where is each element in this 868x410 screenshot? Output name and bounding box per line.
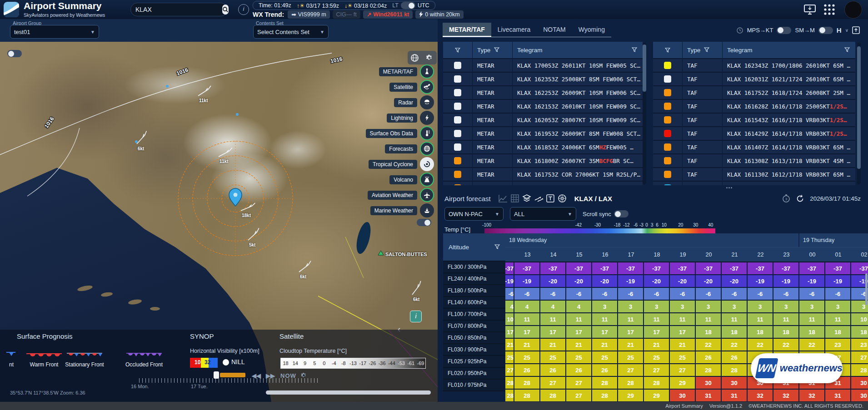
forecast-cell[interactable]: -37 xyxy=(540,262,565,274)
map-layer-tropical-cyclone[interactable]: Tropical Cyclone xyxy=(369,157,434,171)
history-clock-icon[interactable] xyxy=(736,27,743,34)
forecast-cell[interactable]: 27 xyxy=(566,390,591,401)
forecast-cell-clipped[interactable]: 27 xyxy=(505,364,514,376)
search-button[interactable] xyxy=(222,5,229,15)
forecast-cell-clipped[interactable]: -6 xyxy=(505,288,514,300)
forecast-cell[interactable]: 25 xyxy=(592,351,617,363)
forecast-cell[interactable]: 31 xyxy=(825,390,850,401)
forecast-cell[interactable]: 3 xyxy=(618,301,643,312)
status-checkbox-orange[interactable] xyxy=(454,157,461,164)
status-checkbox-orange[interactable] xyxy=(664,116,671,123)
forecast-cell[interactable]: 23 xyxy=(851,339,868,351)
satellite-icon[interactable] xyxy=(420,80,434,94)
status-checkbox-red[interactable] xyxy=(664,130,671,137)
status-checkbox-white[interactable] xyxy=(454,75,461,83)
forecast-cell-clipped[interactable]: 28 xyxy=(505,390,514,401)
forecast-cell[interactable]: -6 xyxy=(825,288,850,300)
forecast-cell[interactable]: 11 xyxy=(670,313,695,325)
chevron-down-icon[interactable]: ∨ xyxy=(845,28,848,33)
filter-icon[interactable] xyxy=(494,47,499,54)
forecast-cell[interactable]: 30 xyxy=(670,390,695,401)
lightning-icon[interactable] xyxy=(420,111,434,125)
forecast-cell[interactable]: 26 xyxy=(722,351,747,363)
vis-trend-badge[interactable]: ➡ VIS9999 m xyxy=(288,10,329,19)
forecast-cell[interactable]: 32 xyxy=(799,390,824,401)
status-checkbox-orange[interactable] xyxy=(664,157,671,164)
forecast-cell[interactable]: 3 xyxy=(696,301,721,312)
taf-scrollbar[interactable] xyxy=(857,43,861,184)
timeline-ticks[interactable] xyxy=(139,378,318,383)
panel-splitter-handle[interactable] xyxy=(724,186,734,189)
forecast-cell[interactable]: 26 xyxy=(696,351,721,363)
table-row[interactable]: METARKLAX 161736Z COR 26007KT 3/4SM R25L… xyxy=(443,182,643,185)
map-horizontal-scrollbar[interactable] xyxy=(266,390,431,395)
forecast-cell[interactable]: 21 xyxy=(618,339,643,351)
map-layer-radar[interactable]: Radar xyxy=(394,95,434,109)
map-layer-lightning[interactable]: Lightning xyxy=(387,111,434,125)
forecast-cell[interactable]: 29 xyxy=(618,390,643,401)
forecast-cell[interactable]: 11 xyxy=(566,313,591,325)
table-row[interactable]: TAFKLAX 161308Z 1613/1718 VRB03KT 4SM … xyxy=(653,154,855,168)
forecast-cell[interactable]: 26 xyxy=(592,364,617,376)
forecast-cell[interactable]: -37 xyxy=(748,262,773,274)
table-row[interactable]: TAFKLAX 161130Z 1612/1718 VRB03KT 6SM … xyxy=(653,168,855,182)
timeline-playhead[interactable] xyxy=(214,371,219,379)
status-checkbox-orange[interactable] xyxy=(664,89,671,96)
refresh-icon[interactable] xyxy=(796,194,804,203)
forecast-cell[interactable]: 11 xyxy=(592,313,617,325)
forecast-cell[interactable]: 22 xyxy=(773,339,798,351)
table-row[interactable]: TAFKLAX 162343Z 1700/1806 26010KT 6SM … xyxy=(653,59,855,73)
status-filter-icon[interactable] xyxy=(653,48,682,53)
forecast-cell[interactable]: 30 xyxy=(851,377,868,389)
radar-icon[interactable] xyxy=(420,95,434,109)
map-layer-metar-taf[interactable]: METAR/TAF xyxy=(379,64,434,79)
forecast-cell[interactable]: 11 xyxy=(540,313,565,325)
forecast-cell[interactable]: 21 xyxy=(540,339,565,351)
globe-icon[interactable] xyxy=(420,142,434,156)
forecast-cell[interactable]: 11 xyxy=(514,313,539,325)
forecast-cell[interactable]: -37 xyxy=(696,262,721,274)
map-layer-marine-weather[interactable]: Marine Weather xyxy=(370,203,434,217)
forecast-cell[interactable]: 3 xyxy=(670,301,695,312)
forecast-cell[interactable]: -19 xyxy=(773,275,798,287)
layers-icon[interactable] xyxy=(521,193,533,204)
forecast-cell[interactable]: 11 xyxy=(799,313,824,325)
forecast-cell[interactable]: 3 xyxy=(722,301,747,312)
forecast-cell[interactable]: 11 xyxy=(696,313,721,325)
table-row[interactable]: TAFKLAX 161009Z 1610/1712 22004KT P6SM… xyxy=(653,182,855,185)
filter-icon[interactable] xyxy=(494,244,500,251)
expand-panel-icon[interactable] xyxy=(852,26,860,34)
forecast-cell[interactable]: -37 xyxy=(592,262,617,274)
forecast-cell[interactable]: -6 xyxy=(696,288,721,300)
forecast-cell[interactable]: 28 xyxy=(514,390,539,401)
forecast-cell[interactable]: -6 xyxy=(799,288,824,300)
cyclone-icon[interactable] xyxy=(420,157,434,171)
forecast-cell[interactable]: 11 xyxy=(644,313,669,325)
forecast-cell[interactable]: 21 xyxy=(592,339,617,351)
forecast-cell[interactable]: 17 xyxy=(670,326,695,338)
tab-notam[interactable]: NOTAM xyxy=(537,23,572,37)
forecast-cell[interactable]: 17 xyxy=(592,326,617,338)
forecast-cell[interactable]: -19 xyxy=(825,275,850,287)
forecast-cell[interactable]: 22 xyxy=(722,339,747,351)
forecast-cell[interactable]: -6 xyxy=(566,288,591,300)
tab-livecamera[interactable]: Livecamera xyxy=(491,23,537,37)
wind-trend-badge[interactable]: ↗ Wind26011 kt xyxy=(363,10,413,19)
forecast-cell[interactable]: -19 xyxy=(618,275,643,287)
sm-m-toggle[interactable] xyxy=(818,27,833,34)
status-checkbox-orange[interactable] xyxy=(664,143,671,151)
tab-metar-taf[interactable]: METAR/TAF xyxy=(443,23,491,37)
forecast-cell[interactable]: 27 xyxy=(851,351,868,363)
table-row[interactable]: METARKLAX 161953Z 26009KT 8SM FEW008 SCT… xyxy=(443,127,643,141)
status-checkbox-yellow[interactable] xyxy=(664,62,671,69)
forecast-cell[interactable]: -37 xyxy=(618,262,643,274)
forecast-cell[interactable]: -37 xyxy=(851,262,868,274)
table-row[interactable]: TAFKLAX 162031Z 1621/1724 26010KT 6SM … xyxy=(653,73,855,86)
forecast-cell[interactable]: -6 xyxy=(514,288,539,300)
forecast-cell-clipped[interactable]: -19 xyxy=(505,275,514,287)
forecast-cell[interactable]: 3 xyxy=(825,301,850,312)
forecast-cell[interactable]: 17 xyxy=(514,326,539,338)
forecast-cell[interactable]: 32 xyxy=(748,390,773,401)
forecast-cell[interactable]: 18 xyxy=(825,326,850,338)
forecast-cell[interactable]: 4 xyxy=(540,301,565,312)
